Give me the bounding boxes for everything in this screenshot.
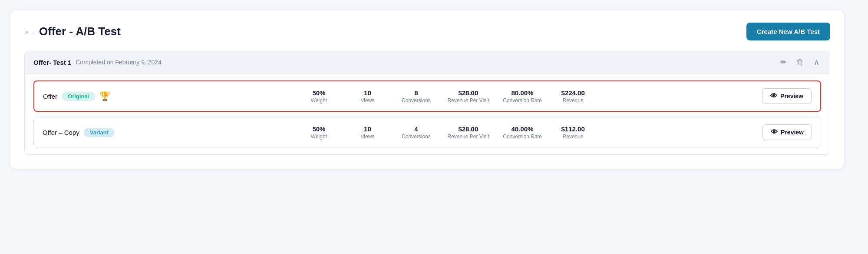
stat-label-variant-0: Weight bbox=[301, 134, 336, 140]
stat-item-original-4: 80.00%Conversion Rate bbox=[503, 89, 541, 104]
back-arrow-icon[interactable]: ← bbox=[24, 27, 34, 37]
page-container: ← Offer - A/B Test Create New A/B Test O… bbox=[10, 10, 844, 169]
stat-label-original-1: Views bbox=[350, 97, 385, 104]
stat-value-original-3: $28.00 bbox=[447, 89, 489, 97]
stat-value-original-2: 8 bbox=[399, 89, 433, 97]
stat-value-variant-3: $28.00 bbox=[447, 125, 489, 133]
stat-item-original-3: $28.00Revenue Per Visit bbox=[447, 89, 489, 104]
offer-label-group-variant: Offer – CopyVariant bbox=[43, 128, 129, 137]
stat-item-original-5: $224.00Revenue bbox=[556, 89, 591, 104]
stat-item-variant-1: 10Views bbox=[350, 125, 385, 140]
stat-value-variant-0: 50% bbox=[301, 125, 336, 133]
stat-item-original-0: 50%Weight bbox=[301, 89, 336, 104]
offer-name-variant: Offer – Copy bbox=[43, 129, 79, 136]
stat-item-variant-4: 40.00%Conversion Rate bbox=[503, 125, 541, 140]
offer-stats-variant: 50%Weight10Views4Conversions$28.00Revenu… bbox=[138, 125, 754, 140]
stat-item-variant-0: 50%Weight bbox=[301, 125, 336, 140]
stat-label-variant-1: Views bbox=[350, 134, 385, 140]
create-new-ab-test-button[interactable]: Create New A/B Test bbox=[746, 23, 830, 40]
offer-row-original: OfferOriginal🏆50%Weight10Views8Conversio… bbox=[33, 80, 821, 112]
stat-value-original-4: 80.00% bbox=[503, 89, 541, 97]
test-card-body: OfferOriginal🏆50%Weight10Views8Conversio… bbox=[25, 74, 830, 154]
trophy-icon: 🏆 bbox=[99, 91, 110, 101]
preview-label-variant: Preview bbox=[781, 129, 804, 136]
stat-item-variant-3: $28.00Revenue Per Visit bbox=[447, 125, 489, 140]
stat-item-variant-5: $112.00Revenue bbox=[556, 125, 591, 140]
collapse-test-button[interactable]: ∧ bbox=[812, 57, 821, 67]
stat-label-original-2: Conversions bbox=[399, 97, 433, 104]
stat-value-variant-4: 40.00% bbox=[503, 125, 541, 133]
offer-label-group-original: OfferOriginal🏆 bbox=[43, 91, 130, 101]
page-title: Offer - A/B Test bbox=[39, 25, 121, 38]
stat-label-original-4: Conversion Rate bbox=[503, 97, 541, 104]
stat-item-original-1: 10Views bbox=[350, 89, 385, 104]
eye-icon: 👁 bbox=[770, 92, 777, 100]
preview-button-original[interactable]: 👁Preview bbox=[762, 88, 812, 104]
stat-label-original-5: Revenue bbox=[556, 97, 591, 104]
test-card-header-actions: ✏ 🗑 ∧ bbox=[779, 57, 821, 67]
offer-badge-original: Original bbox=[62, 92, 95, 101]
stat-item-variant-2: 4Conversions bbox=[399, 125, 433, 140]
preview-label-original: Preview bbox=[780, 93, 803, 100]
preview-button-variant[interactable]: 👁Preview bbox=[762, 124, 812, 140]
offer-badge-variant: Variant bbox=[84, 128, 115, 137]
test-card: Offer- Test 1 Completed on February 9, 2… bbox=[24, 51, 830, 155]
eye-icon: 👁 bbox=[771, 128, 778, 136]
test-status: Completed on February 9, 2024 bbox=[76, 59, 162, 66]
test-card-header-left: Offer- Test 1 Completed on February 9, 2… bbox=[33, 59, 162, 66]
test-name: Offer- Test 1 bbox=[33, 59, 71, 66]
stat-value-original-0: 50% bbox=[301, 89, 336, 97]
stat-label-variant-3: Revenue Per Visit bbox=[447, 134, 489, 140]
offer-stats-original: 50%Weight10Views8Conversions$28.00Revenu… bbox=[139, 89, 753, 104]
stat-label-variant-4: Conversion Rate bbox=[503, 134, 541, 140]
stat-value-variant-1: 10 bbox=[350, 125, 385, 133]
stat-value-variant-5: $112.00 bbox=[556, 125, 591, 133]
stat-value-variant-2: 4 bbox=[399, 125, 433, 133]
edit-test-button[interactable]: ✏ bbox=[779, 57, 789, 67]
page-header-left: ← Offer - A/B Test bbox=[24, 25, 121, 38]
stat-label-variant-5: Revenue bbox=[556, 134, 591, 140]
delete-test-button[interactable]: 🗑 bbox=[795, 57, 806, 67]
page-header: ← Offer - A/B Test Create New A/B Test bbox=[24, 23, 830, 40]
test-card-header: Offer- Test 1 Completed on February 9, 2… bbox=[25, 51, 830, 74]
stat-value-original-5: $224.00 bbox=[556, 89, 591, 97]
stat-value-original-1: 10 bbox=[350, 89, 385, 97]
offer-name-original: Offer bbox=[43, 93, 57, 100]
offer-row-variant: Offer – CopyVariant50%Weight10Views4Conv… bbox=[33, 117, 821, 147]
stat-item-original-2: 8Conversions bbox=[399, 89, 433, 104]
stat-label-original-3: Revenue Per Visit bbox=[447, 97, 489, 104]
stat-label-original-0: Weight bbox=[301, 97, 336, 104]
stat-label-variant-2: Conversions bbox=[399, 134, 433, 140]
